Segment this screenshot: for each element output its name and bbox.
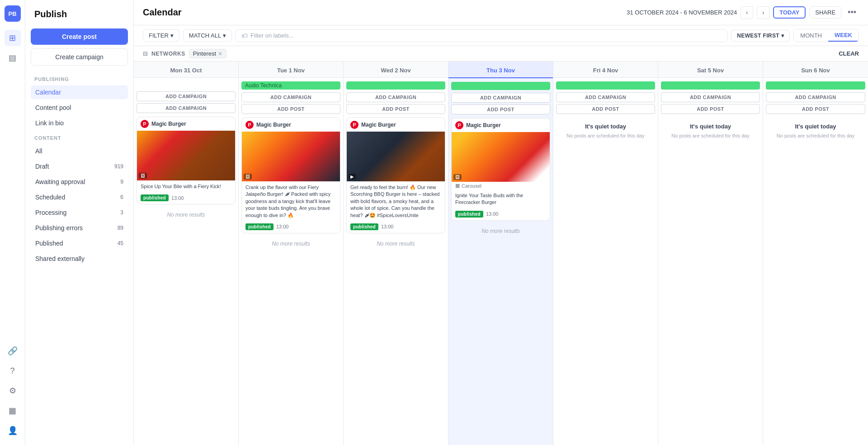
publishing-section-title: PUBLISHING xyxy=(31,73,128,84)
post-card-header-wed: P Magic Burger xyxy=(347,118,445,132)
page-title: Calendar xyxy=(143,7,182,18)
header-controls: 31 OCTOBER 2024 - 6 NOVEMBER 2024 ‹ › TO… xyxy=(627,6,859,19)
no-more-tue: No more results xyxy=(241,237,340,251)
match-all-button[interactable]: MATCH ALL ▾ xyxy=(183,29,232,42)
create-campaign-button[interactable]: Create campaign xyxy=(31,48,128,66)
day-body-sun: ADD CAMPAIGN ADD POST It's quiet today N… xyxy=(763,78,868,445)
day-column-sun: Sun 6 Nov ADD CAMPAIGN ADD POST It's qui… xyxy=(763,62,868,445)
nav-settings-icon[interactable]: ⚙ xyxy=(5,383,21,399)
create-post-button[interactable]: Create post xyxy=(31,28,128,45)
nav-inbox-icon[interactable]: ▤ xyxy=(5,50,21,66)
sidebar-item-draft[interactable]: Draft 919 xyxy=(31,160,128,173)
sidebar-item-scheduled[interactable]: Scheduled 6 xyxy=(31,190,128,204)
nav-table-icon[interactable]: ▦ xyxy=(5,402,21,419)
add-post-thu[interactable]: ADD POST xyxy=(451,104,550,114)
toolbar: FILTER ▾ MATCH ALL ▾ 🏷 Filter on labels.… xyxy=(134,25,868,46)
status-badge-tue: published xyxy=(245,223,274,230)
quiet-day-sat: It's quiet today No posts are scheduled … xyxy=(661,116,760,147)
next-week-button[interactable]: › xyxy=(757,6,769,19)
sidebar-item-publishing-errors[interactable]: Publishing errors 89 xyxy=(31,221,128,235)
day-column-sat: Sat 5 Nov ADD CAMPAIGN ADD POST It's qui… xyxy=(658,62,763,445)
nav-help-icon[interactable]: ? xyxy=(5,363,21,379)
carousel-label: ▦ Carousel xyxy=(452,182,550,189)
nav-link-icon[interactable]: 🔗 xyxy=(5,343,21,359)
post-image-thu: 🖼 xyxy=(452,132,550,182)
sidebar-item-shared-externally[interactable]: Shared externally xyxy=(31,252,128,265)
add-campaign-fri-1[interactable]: ADD CAMPAIGN xyxy=(556,92,655,102)
clear-filters-button[interactable]: CLEAR xyxy=(839,50,859,57)
add-campaign-mon-1[interactable]: ADD CAMPAIGN xyxy=(137,91,236,101)
prev-week-button[interactable]: ‹ xyxy=(741,6,753,19)
calendar-grid: Mon 31 Oct ADD CAMPAIGN ADD CAMPAIGN P M… xyxy=(134,62,868,445)
filter-button[interactable]: FILTER ▾ xyxy=(143,29,179,42)
add-post-sun[interactable]: ADD POST xyxy=(766,104,865,114)
day-column-fri: Fri 4 Nov ADD CAMPAIGN ADD POST It's qui… xyxy=(553,62,658,445)
remove-network-button[interactable]: ✕ xyxy=(218,51,222,57)
image-type-icon-mon: 🖼 xyxy=(139,173,147,179)
sidebar-item-calendar[interactable]: Calendar xyxy=(31,85,128,99)
post-time-thu: 13:00 xyxy=(486,211,499,217)
nav-grid-icon[interactable]: ⊞ xyxy=(5,30,21,46)
match-chevron-icon: ▾ xyxy=(223,32,226,39)
add-campaign-wed-1[interactable]: ADD CAMPAIGN xyxy=(346,92,445,102)
day-header-wed: Wed 2 Nov xyxy=(344,62,448,78)
sidebar-item-content-pool[interactable]: Content pool xyxy=(31,101,128,114)
day-header-sat: Sat 5 Nov xyxy=(658,62,763,78)
video-icon-wed: ▶ xyxy=(349,174,356,180)
add-post-tue[interactable]: ADD POST xyxy=(241,104,340,114)
add-post-fri[interactable]: ADD POST xyxy=(556,104,655,114)
day-column-thu: Thu 3 Nov ADD CAMPAIGN ADD POST P Magic … xyxy=(448,62,553,445)
campaign-bar-thu xyxy=(451,82,550,90)
add-campaign-sun-1[interactable]: ADD CAMPAIGN xyxy=(766,92,865,102)
add-post-sat[interactable]: ADD POST xyxy=(661,104,760,114)
sidebar-item-link-in-bio[interactable]: Link in bio xyxy=(31,116,128,130)
post-caption-tue: Crank up the flavor with our Fiery Jalap… xyxy=(242,181,340,222)
week-view-button[interactable]: WEEK xyxy=(828,29,859,42)
date-range: 31 OCTOBER 2024 - 6 NOVEMBER 2024 xyxy=(627,9,737,16)
day-body-tue: Audio Technica ADD CAMPAIGN ADD POST P M… xyxy=(239,78,343,445)
network-filter-bar: ⊟ NETWORKS Pinterest ✕ CLEAR xyxy=(134,46,868,62)
sidebar-item-all[interactable]: All xyxy=(31,144,128,158)
more-options-button[interactable]: ••• xyxy=(845,6,859,19)
campaign-bar-tue: Audio Technica xyxy=(241,81,340,90)
tag-icon: 🏷 xyxy=(241,32,248,39)
day-body-mon: ADD CAMPAIGN ADD CAMPAIGN P Magic Burger… xyxy=(134,78,238,445)
sidebar-item-processing[interactable]: Processing 3 xyxy=(31,206,128,219)
post-time-tue: 13:00 xyxy=(276,224,289,229)
status-badge-thu: published xyxy=(455,211,483,218)
campaign-bar-wed xyxy=(346,81,445,90)
sort-button[interactable]: NEWEST FIRST ▾ xyxy=(731,30,790,42)
no-more-wed: No more results xyxy=(346,237,445,251)
status-badge-wed: published xyxy=(350,223,378,230)
app-logo: PB xyxy=(5,5,21,22)
post-image-tue: 🖼 xyxy=(242,132,340,181)
icon-sidebar: PB ⊞ ▤ 🔗 ? ⚙ ▦ 👤 xyxy=(0,0,25,445)
add-campaign-tue-1[interactable]: ADD CAMPAIGN xyxy=(241,92,340,102)
add-campaign-sat-1[interactable]: ADD CAMPAIGN xyxy=(661,92,760,102)
day-column-wed: Wed 2 Nov ADD CAMPAIGN ADD POST P Magic … xyxy=(344,62,448,445)
main-content: Calendar 31 OCTOBER 2024 - 6 NOVEMBER 20… xyxy=(134,0,868,445)
post-caption-thu: Ignite Your Taste Buds with the Firecrac… xyxy=(452,189,550,209)
main-sidebar: Publish Create post Create campaign PUBL… xyxy=(25,0,134,445)
nav-user-icon[interactable]: 👤 xyxy=(5,422,21,439)
add-campaign-thu-1[interactable]: ADD CAMPAIGN xyxy=(451,93,550,103)
add-campaign-mon-2[interactable]: ADD CAMPAIGN xyxy=(137,103,236,113)
day-header-fri: Fri 4 Nov xyxy=(553,62,658,78)
filter-chevron-icon: ▾ xyxy=(170,32,174,39)
day-header-sun: Sun 6 Nov xyxy=(763,62,868,78)
post-footer-mon: published 13:00 xyxy=(137,193,235,204)
today-button[interactable]: TODAY xyxy=(773,6,806,19)
sidebar-item-published[interactable]: Published 45 xyxy=(31,237,128,250)
carousel-icon: ▦ xyxy=(455,183,460,189)
add-post-wed[interactable]: ADD POST xyxy=(346,104,445,114)
campaign-bar-fri xyxy=(556,81,655,90)
share-button[interactable]: SHARE xyxy=(809,6,841,19)
post-footer-thu: published 13:00 xyxy=(452,209,550,220)
post-card-mon: P Magic Burger 🖼 Spice Up Your Bite with… xyxy=(137,117,236,204)
label-filter[interactable]: 🏷 Filter on labels... xyxy=(236,29,727,42)
quiet-day-fri: It's quiet today No posts are scheduled … xyxy=(556,116,655,147)
post-caption-mon: Spice Up Your Bite with a Fiery Kick! xyxy=(137,180,235,193)
month-view-button[interactable]: MONTH xyxy=(794,29,828,42)
post-footer-tue: published 13:00 xyxy=(242,222,340,233)
sidebar-item-awaiting[interactable]: Awaiting approval 9 xyxy=(31,175,128,189)
